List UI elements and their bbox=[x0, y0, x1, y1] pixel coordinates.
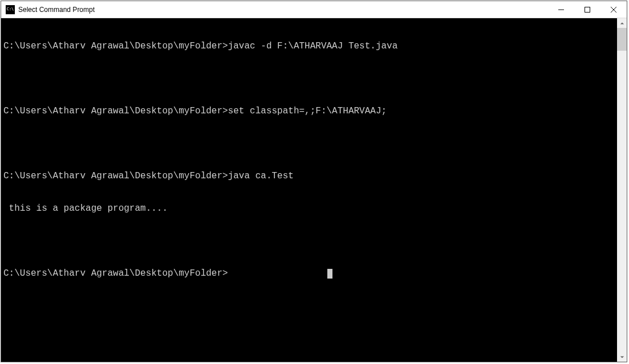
svg-rect-0 bbox=[585, 7, 590, 12]
text-cursor bbox=[327, 269, 332, 279]
terminal-line: C:\Users\Atharv Agrawal\Desktop\myFolder… bbox=[3, 268, 617, 279]
titlebar[interactable]: Select Command Prompt bbox=[1, 1, 627, 18]
command-prompt-window: Select Command Prompt C:\Users\Atharv Ag… bbox=[1, 1, 627, 362]
terminal-line bbox=[3, 138, 617, 149]
terminal-line: this is a package program.... bbox=[3, 203, 617, 214]
content-area: C:\Users\Atharv Agrawal\Desktop\myFolder… bbox=[1, 18, 627, 362]
prompt-text: C:\Users\Atharv Agrawal\Desktop\myFolder… bbox=[3, 268, 228, 279]
chevron-up-icon bbox=[620, 21, 624, 26]
terminal-line bbox=[3, 73, 617, 84]
maximize-icon bbox=[585, 7, 590, 13]
vertical-scrollbar[interactable] bbox=[617, 18, 627, 362]
close-icon bbox=[611, 7, 616, 13]
minimize-button[interactable] bbox=[548, 1, 574, 18]
terminal-output[interactable]: C:\Users\Atharv Agrawal\Desktop\myFolder… bbox=[1, 18, 617, 362]
maximize-button[interactable] bbox=[574, 1, 600, 18]
cursor-gap bbox=[228, 268, 327, 279]
scroll-thumb[interactable] bbox=[617, 28, 627, 51]
chevron-down-icon bbox=[620, 355, 624, 359]
cmd-icon bbox=[6, 5, 15, 14]
terminal-line: C:\Users\Atharv Agrawal\Desktop\myFolder… bbox=[3, 171, 617, 182]
close-button[interactable] bbox=[600, 1, 627, 18]
scroll-down-button[interactable] bbox=[617, 352, 627, 362]
minimize-icon bbox=[558, 7, 564, 13]
terminal-line: C:\Users\Atharv Agrawal\Desktop\myFolder… bbox=[3, 41, 617, 52]
window-title: Select Command Prompt bbox=[18, 6, 95, 14]
terminal-line bbox=[3, 236, 617, 247]
window-controls bbox=[548, 1, 627, 18]
scroll-up-button[interactable] bbox=[617, 18, 627, 28]
terminal-line: C:\Users\Atharv Agrawal\Desktop\myFolder… bbox=[3, 106, 617, 117]
